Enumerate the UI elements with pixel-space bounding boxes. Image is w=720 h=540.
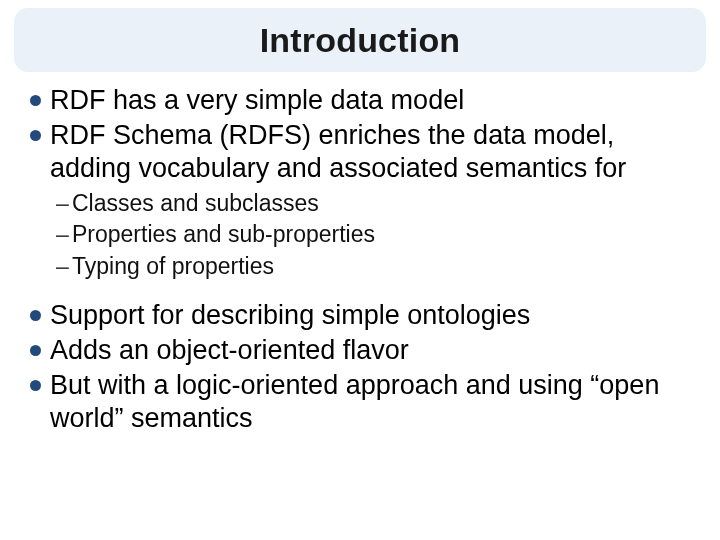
sub-bullet-item: Properties and sub-properties bbox=[56, 220, 700, 249]
spacer bbox=[28, 291, 700, 297]
bullet-list: Support for describing simple ontologies… bbox=[28, 299, 700, 435]
bullet-item: Support for describing simple ontologies bbox=[28, 299, 700, 332]
bullet-item: But with a logic-oriented approach and u… bbox=[28, 369, 700, 435]
bullet-list: RDF has a very simple data model RDF Sch… bbox=[28, 84, 700, 185]
slide-title: Introduction bbox=[260, 21, 461, 60]
sub-bullet-item: Classes and subclasses bbox=[56, 189, 700, 218]
sub-bullet-item: Typing of properties bbox=[56, 252, 700, 281]
bullet-item: RDF Schema (RDFS) enriches the data mode… bbox=[28, 119, 700, 185]
bullet-item: Adds an object-oriented flavor bbox=[28, 334, 700, 367]
title-bar: Introduction bbox=[14, 8, 706, 72]
slide: Introduction RDF has a very simple data … bbox=[0, 0, 720, 540]
sub-bullet-list: Classes and subclasses Properties and su… bbox=[28, 189, 700, 281]
slide-body: RDF has a very simple data model RDF Sch… bbox=[28, 82, 700, 524]
bullet-item: RDF has a very simple data model bbox=[28, 84, 700, 117]
